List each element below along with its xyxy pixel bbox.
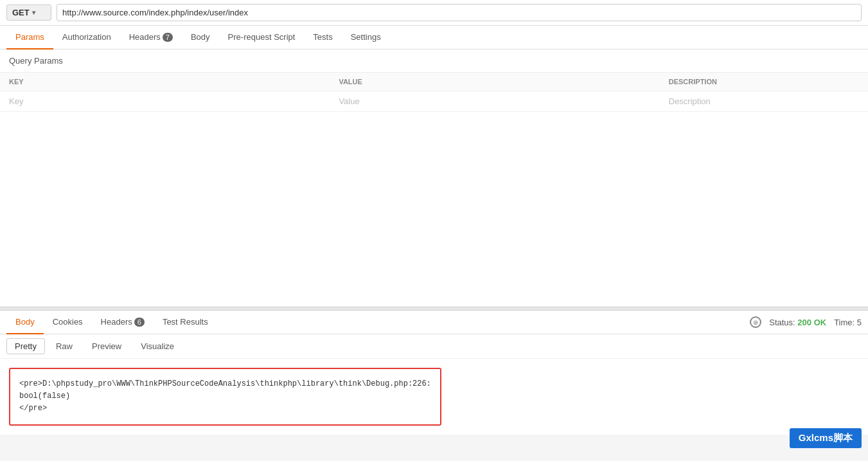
status-label: Status: 200 OK bbox=[769, 318, 826, 327]
request-tabs: Params Authorization Headers7 Body Pre-r… bbox=[0, 26, 868, 50]
method-selector[interactable]: GET ▾ bbox=[6, 5, 51, 21]
response-body: <pre>D:\phpstudy_pro\WWW\ThinkPHPSourceC… bbox=[0, 359, 868, 435]
col-header-description: DESCRIPTION bbox=[660, 73, 868, 91]
sub-tab-preview[interactable]: Preview bbox=[84, 338, 130, 354]
status-value: 200 OK bbox=[797, 318, 826, 327]
params-table: KEY VALUE DESCRIPTION Key Value Descript… bbox=[0, 73, 868, 112]
globe-icon: ⊕ bbox=[750, 316, 761, 328]
query-params-title: Query Params bbox=[0, 50, 868, 73]
tab-response-cookies[interactable]: Cookies bbox=[44, 311, 92, 334]
tab-body[interactable]: Body bbox=[182, 26, 219, 50]
col-header-key: KEY bbox=[0, 73, 330, 91]
tab-params[interactable]: Params bbox=[6, 26, 53, 50]
table-row: Key Value Description bbox=[0, 91, 868, 112]
time-label: Time: 5 bbox=[834, 318, 862, 327]
method-label: GET bbox=[12, 8, 30, 17]
response-tabs: Body Cookies Headers6 Test Results ⊕ Sta… bbox=[0, 311, 868, 334]
response-line-3: </pre> bbox=[19, 402, 431, 415]
description-placeholder[interactable]: Description bbox=[660, 91, 868, 112]
sub-tab-raw[interactable]: Raw bbox=[48, 338, 81, 354]
key-placeholder[interactable]: Key bbox=[0, 91, 330, 112]
tab-response-headers[interactable]: Headers6 bbox=[92, 311, 154, 334]
response-status-bar: ⊕ Status: 200 OK Time: 5 bbox=[750, 316, 862, 328]
response-headers-badge: 6 bbox=[134, 318, 145, 327]
response-line-1: <pre>D:\phpstudy_pro\WWW\ThinkPHPSourceC… bbox=[19, 378, 431, 390]
tab-settings[interactable]: Settings bbox=[342, 26, 390, 50]
request-panel: Query Params KEY VALUE DESCRIPTION Key V… bbox=[0, 50, 868, 307]
sub-tab-pretty[interactable]: Pretty bbox=[6, 338, 45, 354]
headers-badge: 7 bbox=[163, 33, 173, 42]
tab-tests[interactable]: Tests bbox=[304, 26, 341, 50]
url-bar: GET ▾ bbox=[0, 0, 868, 26]
tab-pre-request-script[interactable]: Pre-request Script bbox=[219, 26, 305, 50]
tab-headers[interactable]: Headers7 bbox=[120, 26, 182, 50]
sub-tabs: Pretty Raw Preview Visualize bbox=[0, 334, 868, 359]
col-header-value: VALUE bbox=[330, 73, 659, 91]
response-line-2: bool(false) bbox=[19, 390, 431, 402]
response-panel: Body Cookies Headers6 Test Results ⊕ Sta… bbox=[0, 311, 868, 435]
url-input[interactable] bbox=[57, 4, 862, 21]
sub-tab-visualize[interactable]: Visualize bbox=[132, 338, 182, 354]
tab-response-test-results[interactable]: Test Results bbox=[154, 311, 217, 334]
watermark: Gxlcms脚本 bbox=[790, 428, 862, 435]
tab-authorization[interactable]: Authorization bbox=[53, 26, 120, 50]
response-tabs-left: Body Cookies Headers6 Test Results bbox=[6, 311, 217, 334]
value-placeholder[interactable]: Value bbox=[330, 91, 659, 112]
tab-response-body[interactable]: Body bbox=[6, 311, 44, 334]
method-chevron-icon: ▾ bbox=[32, 9, 35, 16]
response-code-box: <pre>D:\phpstudy_pro\WWW\ThinkPHPSourceC… bbox=[9, 368, 441, 426]
